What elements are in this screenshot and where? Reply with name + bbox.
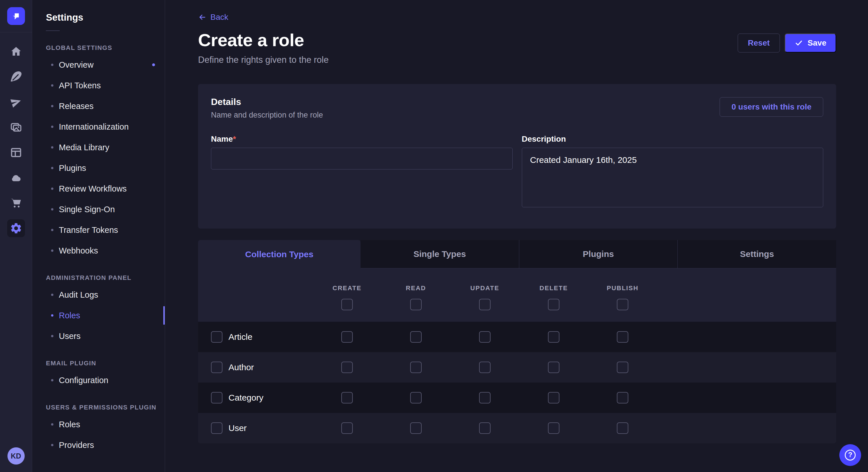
check-icon [795,39,803,47]
article-publish-checkbox[interactable] [617,331,628,343]
name-input[interactable] [211,148,513,169]
category-update-checkbox[interactable] [479,392,491,403]
strapi-logo[interactable] [7,7,25,25]
grid-cell [588,331,657,343]
user-delete-checkbox[interactable] [548,423,559,434]
grid-cell [451,423,519,434]
bullet-icon [51,229,53,231]
description-textarea[interactable]: Created January 16th, 2025 [522,148,824,207]
sidebar-item-media-library[interactable]: Media Library [32,137,165,158]
user-avatar[interactable]: KD [7,447,25,465]
article-read-checkbox[interactable] [410,331,422,343]
permissions-tabs: Collection TypesSingle TypesPluginsSetti… [198,240,836,268]
required-asterisk: * [233,134,236,143]
save-button[interactable]: Save [785,34,836,53]
category-create-checkbox[interactable] [341,392,353,403]
sidebar-item-audit-logs[interactable]: Audit Logs [32,284,165,305]
sidebar-item-releases[interactable]: Releases [32,96,165,116]
title-divider [46,30,60,31]
grid-cell [313,299,381,310]
sidebar-item-label: Roles [59,311,80,320]
permissions-rows: ArticleAuthorCategoryUser [198,322,836,443]
row-author-checkbox[interactable] [211,362,222,373]
sidebar-item-webhooks[interactable]: Webhooks [32,240,165,261]
back-link[interactable]: Back [198,12,228,22]
help-button[interactable]: ? [839,444,861,466]
author-create-checkbox[interactable] [341,362,353,373]
article-update-checkbox[interactable] [479,331,491,343]
sidebar-item-configuration[interactable]: Configuration [32,370,165,391]
sidebar-item-roles[interactable]: Roles [32,414,165,435]
section-label-global-settings: GLOBAL SETTINGS [32,44,165,52]
cloud-icon[interactable] [7,169,25,187]
category-delete-checkbox[interactable] [548,392,559,403]
article-delete-checkbox[interactable] [548,331,559,343]
content-manager-icon[interactable] [7,144,25,162]
select-all-publish-checkbox[interactable] [617,299,628,310]
content-type-builder-feather-icon[interactable] [7,68,25,86]
users-with-role-button[interactable]: 0 users with this role [720,97,823,117]
marketplace-cart-icon[interactable] [7,194,25,212]
article-create-checkbox[interactable] [341,331,353,343]
bullet-icon [51,249,53,252]
grid-cell [588,362,657,373]
sidebar-item-single-sign-on[interactable]: Single Sign-On [32,199,165,220]
grid-cell [588,423,657,434]
tab-plugins[interactable]: Plugins [519,240,678,268]
sidebar-item-transfer-tokens[interactable]: Transfer Tokens [32,220,165,240]
bullet-icon [51,146,53,148]
sidebar-item-review-workflows[interactable]: Review Workflows [32,178,165,199]
main-content: Back Create a role Define the rights giv… [165,0,868,472]
select-all-delete-checkbox[interactable] [548,299,559,310]
sidebar-item-users[interactable]: Users [32,326,165,346]
row-label: Category [228,393,264,403]
select-all-read-checkbox[interactable] [410,299,422,310]
author-delete-checkbox[interactable] [548,362,559,373]
grid-cell [519,423,588,434]
sidebar-item-label: Releases [59,102,94,111]
category-read-checkbox[interactable] [410,392,422,403]
user-update-checkbox[interactable] [479,423,491,434]
tab-single-types[interactable]: Single Types [361,240,519,268]
author-update-checkbox[interactable] [479,362,491,373]
sidebar-item-providers[interactable]: Providers [32,435,165,456]
row-head: User [211,423,313,434]
select-all-create-checkbox[interactable] [341,299,353,310]
home-icon[interactable] [7,43,25,61]
sidebar-item-overview[interactable]: Overview [32,55,165,75]
select-all-update-checkbox[interactable] [479,299,491,310]
sidebar-item-api-tokens[interactable]: API Tokens [32,75,165,96]
sidebar-item-label: Roles [59,420,80,429]
permissions-column-headers: CREATEREADUPDATEDELETEPUBLISH [198,268,836,292]
row-user-checkbox[interactable] [211,423,222,434]
row-article-checkbox[interactable] [211,331,222,343]
grid-cell [381,392,451,403]
category-publish-checkbox[interactable] [617,392,628,403]
settings-gear-icon[interactable] [7,220,25,237]
deploy-paper-plane-icon[interactable] [7,93,25,111]
sidebar-item-label: Plugins [59,164,86,173]
tab-collection-types[interactable]: Collection Types [198,240,361,268]
details-card: Details Name and description of the role… [198,84,836,229]
column-header-update: UPDATE [470,284,499,292]
sidebar-item-roles[interactable]: Roles [32,305,165,326]
header-actions: Reset Save [738,34,836,53]
grid-cell [381,423,451,434]
permissions-select-all-row [198,292,836,322]
row-head: Category [211,392,313,403]
sidebar-item-plugins[interactable]: Plugins [32,158,165,178]
author-read-checkbox[interactable] [410,362,422,373]
sidebar-item-label: Audit Logs [59,290,98,300]
row-label: Article [228,332,252,342]
author-publish-checkbox[interactable] [617,362,628,373]
sidebar-item-internationalization[interactable]: Internationalization [32,116,165,137]
tab-settings[interactable]: Settings [677,240,836,268]
grid-cell [519,331,588,343]
user-create-checkbox[interactable] [341,423,353,434]
user-publish-checkbox[interactable] [617,423,628,434]
user-read-checkbox[interactable] [410,423,422,434]
row-category-checkbox[interactable] [211,392,222,403]
grid-cell [451,299,519,310]
media-library-icon[interactable] [7,119,25,136]
reset-button[interactable]: Reset [738,34,780,53]
